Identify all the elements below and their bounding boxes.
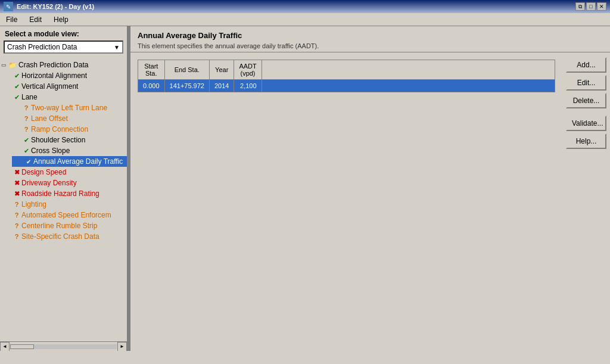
section-title: Annual Average Daily Traffic [138, 31, 603, 40]
question-icon: ? [12, 221, 21, 231]
tree-label: Horizontal Alignment [21, 71, 87, 80]
col-year: Year [209, 60, 234, 80]
menu-help[interactable]: Help [50, 14, 72, 25]
scroll-left-button[interactable]: ◄ [0, 342, 10, 351]
tree-label: Lane Offset [31, 114, 68, 123]
folder-icon: 📁 [8, 60, 17, 70]
main-container: Select a module view: Crash Prediction D… [0, 26, 610, 351]
title-bar: ✎ Edit: KY152 (2) - Day (v1) ⧉ □ ✕ [0, 0, 610, 13]
chevron-down-icon: ▼ [114, 44, 120, 51]
question-icon: ? [21, 103, 31, 113]
tree-item-roadside[interactable]: ✖ Roadside Hazard Rating [12, 188, 127, 199]
right-header: Annual Average Daily Traffic This elemen… [130, 26, 610, 52]
check-icon: ✔ [12, 71, 21, 80]
app-icon: ✎ [4, 2, 13, 11]
tree-label: Driveway Density [21, 179, 77, 187]
tree-root-label: Crash Prediction Data [18, 61, 88, 69]
tree-item-lane-offset[interactable]: ? Lane Offset [21, 113, 127, 124]
add-button[interactable]: Add... [566, 57, 606, 73]
tree-item-twlt[interactable]: ? Two-way Left Turn Lane [21, 102, 127, 113]
tree-label: Lighting [21, 200, 46, 209]
tree-container: ▭ 📁 Crash Prediction Data ✔ Horizontal A… [0, 57, 127, 341]
cell-year: 2014 [209, 80, 234, 92]
tree-label: Two-way Left Turn Lane [31, 104, 107, 112]
menu-file[interactable]: File [2, 14, 21, 25]
tree-item-rumble[interactable]: ? Centerline Rumble Strip [12, 220, 127, 231]
tree-label: Vertical Alignment [21, 82, 78, 91]
check-icon: ✔ [12, 92, 21, 102]
module-dropdown[interactable]: Crash Prediction Data ▼ [4, 41, 123, 54]
x-icon: ✖ [12, 167, 21, 177]
data-table: Start Sta. End Sta. Year AADT (vpd) 0.00… [138, 60, 555, 92]
check-icon: ✔ [21, 146, 31, 155]
question-icon: ? [12, 232, 21, 241]
scroll-right-button[interactable]: ► [117, 342, 127, 351]
menu-bar: File Edit Help [0, 13, 610, 26]
x-icon: ✖ [12, 189, 21, 198]
question-icon: ? [21, 125, 31, 134]
cell-end-sta: 141+75.972 [164, 80, 209, 92]
tree-item-driveway[interactable]: ✖ Driveway Density [12, 178, 127, 188]
table-row[interactable]: 0.000 141+75.972 2014 2,100 [138, 80, 555, 92]
module-select-label: Select a module view: [0, 26, 127, 39]
tree-item-aadt[interactable]: ✔ Annual Average Daily Traffic [12, 156, 127, 167]
buttons-panel: Add... Edit... Delete... Validate... Hel… [562, 52, 610, 351]
tree-item-lane[interactable]: ✔ Lane [12, 92, 127, 102]
question-icon: ? [21, 114, 31, 123]
tree-label: Site-Specific Crash Data [21, 232, 99, 241]
tree-item-shoulder[interactable]: ✔ Shoulder Section [21, 135, 127, 145]
tree-item-ramp[interactable]: ? Ramp Connection [21, 124, 127, 135]
validate-button[interactable]: Validate... [566, 116, 606, 131]
restore-button[interactable]: ⧉ [575, 2, 585, 11]
tree-item-speed-enforce[interactable]: ? Automated Speed Enforcem [12, 210, 127, 220]
edit-button[interactable]: Edit... [566, 75, 606, 91]
tree-item-site-specific[interactable]: ? Site-Specific Crash Data [12, 231, 127, 242]
table-header-row: Start Sta. End Sta. Year AADT (vpd) [138, 60, 555, 80]
col-empty [262, 60, 555, 80]
col-start-sta: Start Sta. [138, 60, 165, 80]
question-icon: ? [12, 210, 21, 220]
scroll-thumb[interactable] [10, 344, 34, 349]
menu-edit[interactable]: Edit [26, 14, 45, 25]
close-button[interactable]: ✕ [597, 2, 606, 11]
right-panel: Annual Average Daily Traffic This elemen… [130, 26, 610, 351]
help-button[interactable]: Help... [566, 133, 606, 149]
check-icon: ✔ [12, 82, 21, 91]
check-icon: ✔ [24, 157, 33, 166]
tree-label: Automated Speed Enforcem [21, 211, 111, 219]
window-controls: ⧉ □ ✕ [575, 2, 606, 11]
window-title: Edit: KY152 (2) - Day (v1) [17, 3, 94, 10]
question-icon: ? [12, 200, 21, 209]
tree-item-cross-slope[interactable]: ✔ Cross Slope [21, 145, 127, 156]
x-icon: ✖ [12, 178, 21, 188]
section-description: This element specifies the annual averag… [138, 42, 603, 49]
left-panel: Select a module view: Crash Prediction D… [0, 26, 128, 351]
check-icon: ✔ [21, 135, 31, 145]
tree-item-lighting[interactable]: ? Lighting [12, 199, 127, 210]
expand-icon: ▭ [1, 62, 7, 68]
horizontal-scrollbar[interactable]: ◄ ► [0, 341, 127, 351]
right-content: Start Sta. End Sta. Year AADT (vpd) 0.00… [130, 52, 610, 351]
tree-label: Design Speed [21, 168, 66, 176]
col-aadt: AADT (vpd) [234, 60, 262, 80]
tree-label: Annual Average Daily Traffic [33, 157, 123, 166]
cell-start-sta: 0.000 [138, 80, 165, 92]
tree-root[interactable]: ▭ 📁 Crash Prediction Data [0, 60, 127, 70]
cell-aadt: 2,100 [234, 80, 262, 92]
delete-button[interactable]: Delete... [566, 93, 606, 108]
tree-label: Cross Slope [31, 147, 70, 155]
module-dropdown-value: Crash Prediction Data [7, 43, 77, 51]
tree-item-design-speed[interactable]: ✖ Design Speed [12, 167, 127, 178]
cell-empty [262, 80, 555, 92]
tree-label: Ramp Connection [31, 125, 88, 133]
tree-item-vertical[interactable]: ✔ Vertical Alignment [12, 81, 127, 92]
tree-label: Roadside Hazard Rating [21, 189, 99, 198]
table-area: Start Sta. End Sta. Year AADT (vpd) 0.00… [130, 52, 562, 351]
tree-label: Shoulder Section [31, 136, 85, 144]
maximize-button[interactable]: □ [586, 2, 596, 11]
scroll-track[interactable] [10, 344, 117, 349]
tree-label: Centerline Rumble Strip [21, 222, 97, 230]
tree-item-horizontal[interactable]: ✔ Horizontal Alignment [12, 70, 127, 81]
col-end-sta: End Sta. [164, 60, 209, 80]
tree-label: Lane [21, 93, 38, 101]
